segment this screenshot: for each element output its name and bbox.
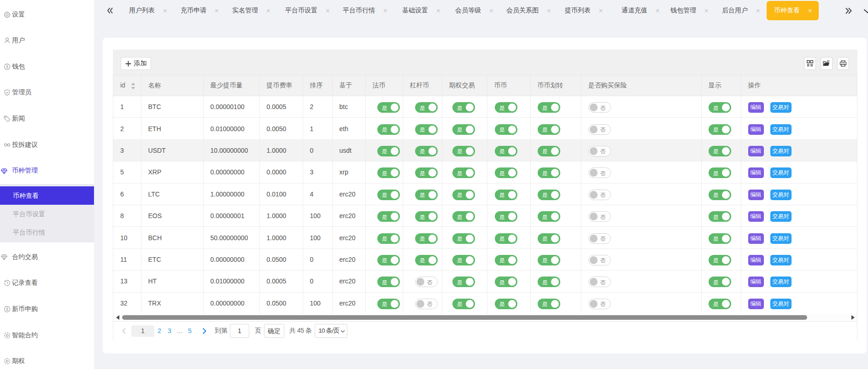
svg-text:$: $ (6, 307, 8, 311)
svg-text:$: $ (6, 64, 8, 69)
